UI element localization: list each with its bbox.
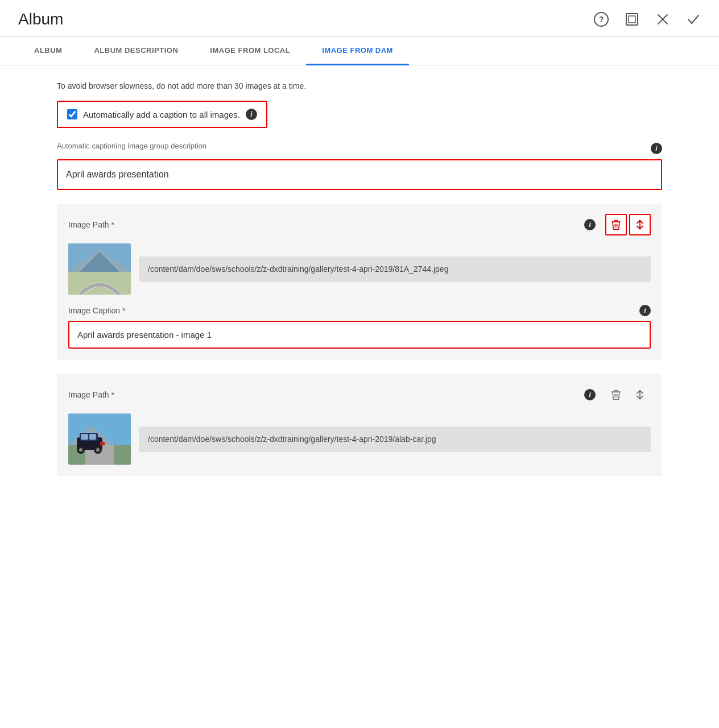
image-path-row-2: Image Path * i <box>68 384 651 406</box>
reorder-button-2[interactable] <box>629 384 651 406</box>
image-caption-label-1: Image Caption * <box>68 306 639 315</box>
tab-image-from-local[interactable]: IMAGE FROM LOCAL <box>194 37 306 65</box>
image-path-value-1: /content/dam/doe/sws/schools/z/z-dxdtrai… <box>139 257 651 282</box>
delete-button-1[interactable] <box>605 214 627 235</box>
image-path-content-2: /content/dam/doe/sws/schools/z/z-dxdtrai… <box>68 413 651 465</box>
svg-rect-19 <box>89 434 96 440</box>
thumbnail-1 <box>68 243 131 295</box>
expand-icon[interactable] <box>625 12 639 27</box>
thumbnail-2 <box>68 413 131 465</box>
image-caption-input-1[interactable] <box>68 321 651 349</box>
image-path-content-1: /content/dam/doe/sws/schools/z/z-dxdtrai… <box>68 243 651 295</box>
svg-point-23 <box>96 448 100 452</box>
svg-rect-2 <box>626 14 638 25</box>
content-area: To avoid browser slowness, do not add mo… <box>0 65 719 506</box>
tabs: ALBUM ALBUM DESCRIPTION IMAGE FROM LOCAL… <box>0 37 719 65</box>
image-path-label-2: Image Path * <box>68 390 584 399</box>
close-icon[interactable] <box>655 12 670 27</box>
notice-text: To avoid browser slowness, do not add mo… <box>57 81 662 90</box>
auto-caption-checkbox-row: Automatically add a caption to all image… <box>57 101 267 128</box>
auto-caption-info-icon[interactable]: i <box>246 109 257 120</box>
caption-group-label: Automatic captioning image group descrip… <box>57 142 206 150</box>
image-path-icons-1: i <box>584 214 651 235</box>
tab-album-description[interactable]: ALBUM DESCRIPTION <box>78 37 194 65</box>
auto-caption-label: Automatically add a caption to all image… <box>83 110 240 119</box>
confirm-icon[interactable] <box>686 12 701 27</box>
help-icon[interactable]: ? <box>594 12 609 27</box>
svg-rect-18 <box>81 434 88 440</box>
caption-group: Automatic captioning image group descrip… <box>57 142 662 190</box>
image-path-label-1: Image Path * <box>68 220 584 229</box>
header-icons: ? <box>594 12 701 27</box>
tab-album[interactable]: ALBUM <box>18 37 78 65</box>
caption-group-input[interactable] <box>57 159 662 190</box>
svg-text:?: ? <box>599 15 604 24</box>
header: Album ? <box>0 0 719 37</box>
caption-group-info-icon[interactable]: i <box>651 143 662 154</box>
svg-rect-3 <box>629 16 635 23</box>
auto-caption-checkbox[interactable] <box>67 109 77 119</box>
image-caption-section-1: Image Caption * i <box>68 305 651 349</box>
image-path-info-icon-2[interactable]: i <box>584 389 596 400</box>
image-caption-info-icon-1[interactable]: i <box>639 305 651 316</box>
image-path-row-1: Image Path * i <box>68 214 651 235</box>
reorder-button-1[interactable] <box>629 214 651 235</box>
image-path-info-icon-1[interactable]: i <box>584 219 596 230</box>
svg-rect-24 <box>100 442 105 445</box>
image-card-1: Image Path * i <box>57 204 662 360</box>
page-title: Album <box>18 10 594 28</box>
image-path-icons-2: i <box>584 384 651 406</box>
svg-point-21 <box>79 448 82 452</box>
image-caption-row-1: Image Caption * i <box>68 305 651 316</box>
image-path-value-2: /content/dam/doe/sws/schools/z/z-dxdtrai… <box>139 427 651 452</box>
delete-button-2[interactable] <box>605 384 627 406</box>
image-card-2: Image Path * i <box>57 374 662 476</box>
tab-image-from-dam[interactable]: IMAGE FROM DAM <box>306 37 409 65</box>
